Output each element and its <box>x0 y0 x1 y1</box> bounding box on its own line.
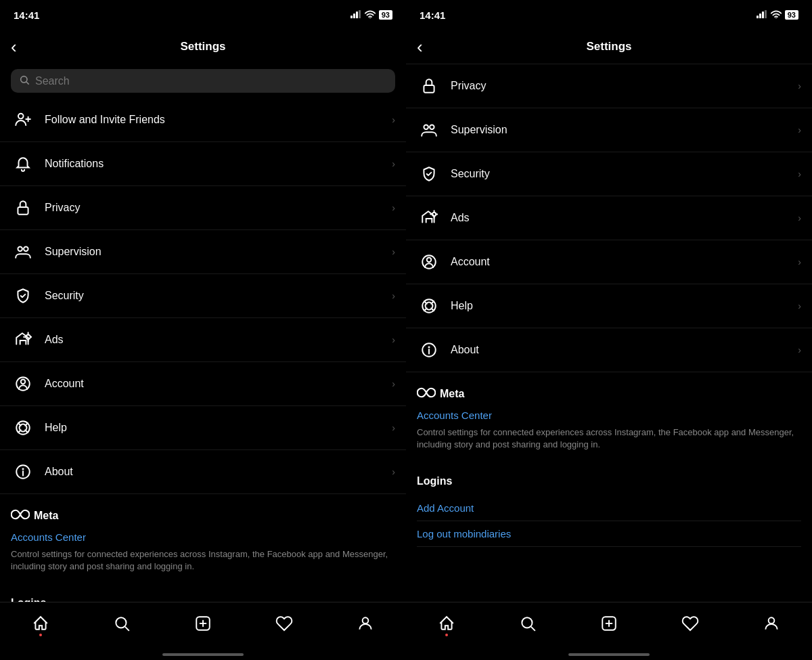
svg-rect-29 <box>757 16 759 18</box>
signal-icon-left <box>351 10 361 20</box>
info-icon-right <box>417 338 441 362</box>
settings-item-privacy[interactable]: Privacy › <box>0 186 406 230</box>
add-account-link[interactable]: Add Account <box>417 496 801 521</box>
bell-icon <box>11 152 35 176</box>
accounts-center-link-left[interactable]: Accounts Center <box>11 531 395 543</box>
svg-line-16 <box>18 423 21 426</box>
meta-section-left: Meta Accounts Center Control settings fo… <box>0 494 406 586</box>
settings-item-security-right[interactable]: Security › <box>406 152 812 196</box>
account-chevron-right: › <box>798 257 801 267</box>
search-input-left[interactable] <box>35 75 387 87</box>
accounts-center-link-right[interactable]: Accounts Center <box>417 410 801 421</box>
signal-icon-right <box>757 10 767 20</box>
help-icon <box>11 416 35 440</box>
about-chevron: › <box>392 466 395 477</box>
svg-point-36 <box>430 125 434 129</box>
notifications-chevron: › <box>392 158 395 169</box>
meta-logo-text-left: Meta <box>34 510 58 522</box>
security-chevron-right: › <box>798 169 801 179</box>
svg-rect-32 <box>765 10 767 18</box>
lock-icon <box>11 196 35 220</box>
settings-item-account[interactable]: Account › <box>0 362 406 406</box>
meta-infinity-icon-right <box>417 386 436 401</box>
nav-home-left[interactable] <box>24 609 58 638</box>
help-chevron-right: › <box>798 301 801 311</box>
settings-item-account-right[interactable]: Account › <box>406 240 812 284</box>
logins-title-left: Logins <box>11 597 395 602</box>
settings-item-notifications[interactable]: Notifications › <box>0 142 406 186</box>
ads-chevron: › <box>392 334 395 345</box>
svg-rect-8 <box>18 207 28 215</box>
status-icons-left: 93 <box>351 10 392 20</box>
back-button-right[interactable]: ‹ <box>417 37 423 58</box>
meta-desc-left: Control settings for connected experienc… <box>11 548 395 573</box>
svg-line-43 <box>431 301 434 304</box>
about-chevron-right: › <box>798 345 801 355</box>
logins-title-right: Logins <box>417 475 801 487</box>
nav-heart-left[interactable] <box>267 609 301 638</box>
supervision-chevron: › <box>392 246 395 257</box>
right-phone: 14:41 93 ‹ Set <box>406 0 812 660</box>
account-icon-right <box>417 250 441 274</box>
svg-point-28 <box>363 617 369 623</box>
privacy-label-right: Privacy <box>451 80 798 92</box>
nav-home-right[interactable] <box>430 609 464 638</box>
svg-line-42 <box>424 301 427 304</box>
supervision-label-right: Supervision <box>451 124 798 136</box>
svg-rect-31 <box>762 12 764 18</box>
settings-item-privacy-right[interactable]: Privacy › <box>406 64 812 108</box>
svg-point-4 <box>369 17 371 18</box>
settings-item-ads-right[interactable]: Ads › <box>406 196 812 240</box>
nav-search-right[interactable] <box>511 609 545 638</box>
settings-item-supervision[interactable]: Supervision › <box>0 230 406 274</box>
scroll-indicator-left <box>162 653 244 656</box>
status-icons-right: 93 <box>757 10 798 20</box>
wifi-icon-left <box>365 10 376 20</box>
meta-logo-left: Meta <box>11 508 395 523</box>
settings-item-about[interactable]: About › <box>0 450 406 494</box>
svg-point-7 <box>18 114 24 119</box>
ads-chevron-right: › <box>798 213 801 223</box>
nav-profile-right[interactable] <box>754 609 788 638</box>
search-bar-left[interactable] <box>11 69 395 93</box>
back-button-left[interactable]: ‹ <box>11 37 17 58</box>
privacy-label: Privacy <box>45 202 392 214</box>
svg-line-50 <box>531 626 535 630</box>
logins-section-right: Logins Add Account Log out mobindiaries <box>406 464 812 552</box>
account-chevron: › <box>392 378 395 389</box>
svg-point-48 <box>428 347 429 347</box>
nav-profile-left[interactable] <box>348 609 382 638</box>
settings-item-security[interactable]: Security › <box>0 274 406 318</box>
supervision-chevron-right: › <box>798 125 801 135</box>
help-label: Help <box>45 422 392 434</box>
svg-point-13 <box>21 380 26 384</box>
svg-rect-3 <box>359 10 361 18</box>
home-dot-left <box>39 634 42 636</box>
logout-link[interactable]: Log out mobindiaries <box>417 521 801 547</box>
nav-add-right[interactable] <box>592 609 626 638</box>
svg-line-17 <box>25 423 28 426</box>
settings-item-help-right[interactable]: Help › <box>406 284 812 328</box>
svg-point-54 <box>769 617 775 623</box>
settings-item-ads[interactable]: Ads › <box>0 318 406 362</box>
svg-line-45 <box>424 308 427 311</box>
meta-logo-right: Meta <box>417 386 801 401</box>
settings-item-help[interactable]: Help › <box>0 406 406 450</box>
svg-point-22 <box>22 468 23 469</box>
settings-item-follow[interactable]: Follow and Invite Friends › <box>0 98 406 142</box>
settings-item-supervision-right[interactable]: Supervision › <box>406 108 812 152</box>
nav-add-left[interactable] <box>186 609 220 638</box>
svg-point-10 <box>24 246 28 251</box>
nav-title-left: Settings <box>180 40 225 53</box>
scroll-indicator-right <box>568 653 650 656</box>
settings-item-about-right[interactable]: About › <box>406 328 812 372</box>
account-label-right: Account <box>451 256 798 268</box>
privacy-chevron: › <box>392 202 395 213</box>
about-label: About <box>45 466 392 478</box>
svg-line-19 <box>18 430 21 433</box>
security-label: Security <box>45 290 392 302</box>
nav-heart-right[interactable] <box>673 609 707 638</box>
nav-search-left[interactable] <box>105 609 139 638</box>
supervision-label: Supervision <box>45 246 392 258</box>
follow-chevron: › <box>392 114 395 125</box>
